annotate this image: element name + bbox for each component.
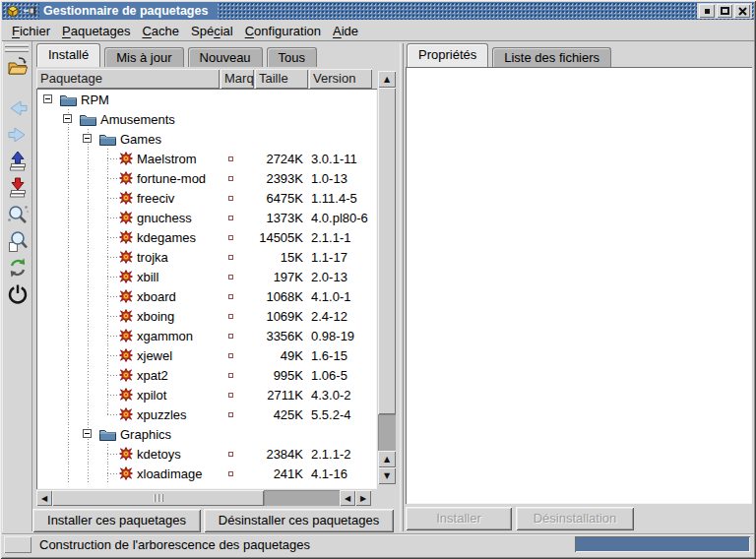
expand-tree-icon[interactable] — [4, 149, 31, 174]
scroll-left-icon[interactable]: ◀ — [36, 490, 52, 506]
tree-row-kdegames[interactable]: kdegames14505K2.1.1-1 — [38, 227, 377, 247]
tree-row-xpat2[interactable]: xpat2995K1.06-5 — [38, 365, 377, 385]
toolbar-grip[interactable] — [5, 49, 29, 52]
window-buttons — [697, 3, 752, 19]
progress-fill — [576, 537, 749, 551]
tree-row-gnuchess[interactable]: gnuchess1373K4.0.pl80-6 — [38, 208, 377, 227]
scroll-right-icon[interactable]: ▶ — [355, 490, 371, 506]
hscroll-thumb[interactable] — [52, 490, 264, 506]
tab-mis-à-jour[interactable]: Mis à jour — [104, 47, 183, 67]
tree-row-fortune-mod[interactable]: fortune-mod2393K1.0-13 — [38, 168, 377, 188]
toolbar-grip[interactable] — [5, 44, 29, 47]
tree-row-games[interactable]: Games — [38, 129, 377, 149]
tree-guide — [38, 227, 58, 247]
size-cell: 2711K — [235, 388, 303, 403]
collapse-tree-icon[interactable] — [4, 175, 31, 201]
scroll-down-icon[interactable]: ▼ — [378, 467, 396, 484]
tab-installé[interactable]: Installé — [36, 43, 100, 67]
open-icon[interactable] — [4, 54, 31, 80]
scroll-up-icon[interactable]: ▲ — [378, 71, 396, 88]
tree-row-xloadimage[interactable]: xloadimage241K4.1-16 — [38, 464, 377, 483]
column-header-paquetage[interactable]: Paquetage — [36, 69, 220, 89]
menu-item-aide[interactable]: Aide — [331, 21, 368, 41]
scroll-up-icon[interactable]: ▲ — [378, 451, 396, 467]
tree-guide — [38, 247, 58, 267]
tree-guide — [97, 345, 117, 365]
tree-row-xpilot[interactable]: xpilot2711K4.3.0-2 — [38, 385, 377, 404]
tree-row-kdetoys[interactable]: kdetoys2384K2.1.1-2 — [38, 444, 377, 464]
tree-row-xboard[interactable]: xboard1068K4.1.0-1 — [38, 286, 377, 306]
tree-guide — [58, 424, 78, 444]
tree-row-xpuzzles[interactable]: xpuzzles425K5.5.2-4 — [38, 404, 377, 424]
rpm-package-icon — [119, 152, 133, 165]
tree-guide — [97, 208, 117, 227]
menu-item-cache[interactable]: Cache — [140, 21, 189, 41]
uninstall-packages-button[interactable]: Désinstaller ces paquetages — [204, 509, 394, 532]
tree-row-rpm[interactable]: RPM — [38, 90, 377, 109]
size-cell: 3356K — [235, 329, 303, 343]
pin-icon[interactable] — [24, 5, 36, 17]
reload-icon[interactable] — [4, 255, 31, 280]
mark-glyph — [228, 275, 233, 280]
tree-label: Maelstrom — [137, 152, 197, 166]
install-packages-button[interactable]: Installer ces paquetages — [32, 509, 201, 532]
tree-guide — [97, 306, 117, 326]
tree-guide — [78, 149, 97, 168]
tree-row-xgammon[interactable]: xgammon3356K0.98-19 — [38, 326, 377, 345]
tree-row-xbill[interactable]: xbill197K2.0-13 — [38, 267, 377, 286]
vscroll-thumb[interactable] — [378, 88, 396, 414]
menu-item-paquetages[interactable]: Paquetages — [60, 21, 140, 41]
column-header-version[interactable]: Version — [309, 69, 372, 89]
tree-guide — [58, 385, 78, 404]
column-header-marqué[interactable]: Marqué — [220, 69, 254, 89]
expander-icon[interactable] — [58, 109, 78, 129]
tree-row-graphics[interactable]: Graphics — [38, 424, 377, 444]
panel-splitter[interactable] — [400, 43, 405, 531]
tree-row-xboing[interactable]: xboing1069K2.4-12 — [38, 306, 377, 326]
menu-item-configuration[interactable]: Configuration — [243, 21, 331, 41]
expander-icon[interactable] — [38, 90, 58, 109]
tab-propriétés[interactable]: Propriétés — [407, 43, 488, 67]
minimize-button-icon[interactable] — [699, 4, 715, 18]
tab-liste-des-fichiers[interactable]: Liste des fichiers — [492, 47, 611, 67]
find-file-icon[interactable] — [4, 228, 31, 254]
tree-guide — [78, 326, 97, 345]
mark-glyph — [228, 156, 233, 161]
tree-label: xjewel — [137, 348, 172, 363]
properties-panel — [406, 67, 752, 504]
tree-guide — [97, 267, 117, 286]
close-button-icon[interactable] — [734, 4, 750, 18]
find-package-icon[interactable] — [4, 202, 31, 227]
tree-row-maelstrom[interactable]: Maelstrom2724K3.0.1-11 — [38, 149, 377, 168]
forward-icon[interactable] — [4, 122, 31, 148]
scroll-left-icon[interactable]: ◀ — [340, 490, 355, 506]
menu-item-fichier[interactable]: Fichier — [10, 21, 60, 41]
tree-guide — [58, 129, 78, 149]
rpm-package-icon — [119, 250, 133, 264]
tree-row-xjewel[interactable]: xjewel49K1.6-15 — [38, 345, 377, 365]
tree-guide — [78, 267, 97, 286]
tree-vertical-scrollbar: ▲ ▲ ▼ — [378, 71, 396, 484]
menu-item-spécial[interactable]: Spécial — [189, 21, 243, 41]
expander-icon[interactable] — [78, 424, 97, 444]
tree-label: xloadimage — [137, 466, 203, 481]
tab-tous[interactable]: Tous — [267, 47, 317, 67]
tree-row-amusements[interactable]: Amusements — [38, 109, 377, 129]
back-icon[interactable] — [4, 95, 31, 121]
vscroll-track[interactable] — [378, 414, 396, 451]
tree-guide — [78, 208, 97, 227]
tab-nouveau[interactable]: Nouveau — [188, 47, 263, 67]
quit-icon[interactable] — [4, 281, 31, 307]
tree-label: Graphics — [120, 427, 171, 442]
rpm-package-icon — [119, 466, 133, 480]
maximize-button-icon[interactable] — [717, 4, 732, 18]
mark-glyph — [228, 176, 233, 181]
tree-column-headers: PaquetageMarquéTailleVersion — [36, 69, 373, 89]
tree-row-trojka[interactable]: trojka15K1.1-17 — [38, 247, 377, 267]
column-header-taille[interactable]: Taille — [255, 69, 308, 89]
detail-tabs: PropriétésListe des fichiers — [407, 43, 615, 67]
version-cell: 1.06-5 — [311, 368, 347, 383]
tree-row-freeciv[interactable]: freeciv6475K1.11.4-5 — [38, 188, 377, 208]
expander-icon[interactable] — [78, 129, 97, 149]
hscroll-track[interactable] — [264, 490, 340, 506]
